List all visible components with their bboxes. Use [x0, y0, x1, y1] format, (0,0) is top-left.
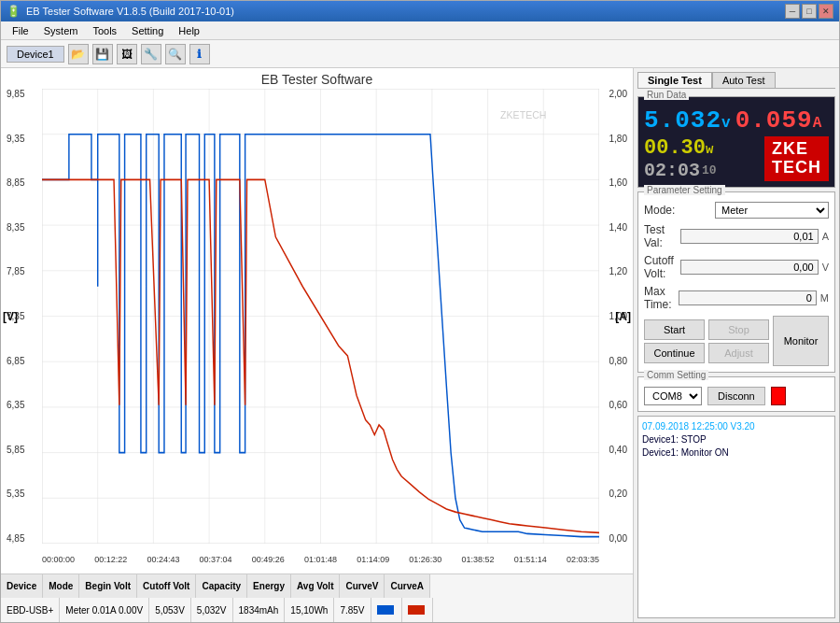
menu-tools[interactable]: Tools [85, 24, 124, 37]
connection-indicator [771, 387, 786, 405]
adjust-button[interactable]: Adjust [708, 343, 769, 363]
parameter-setting-box: Parameter Setting Mode: Meter CC CR Test… [637, 191, 835, 373]
power-display: 00.30w [644, 136, 713, 160]
log-entry-0: 07.09.2018 12:25:00 V3.20 [642, 420, 831, 433]
cutoff-volt-row: Cutoff Volt: V [644, 254, 829, 280]
time-unit: 10 [702, 163, 717, 177]
stop-button[interactable]: Stop [708, 319, 769, 340]
com-port-select[interactable]: COM8 [644, 387, 702, 405]
watermark-text: ZKETECH [500, 108, 546, 120]
x-9: 01:51:14 [514, 555, 547, 564]
minimize-button[interactable]: ─ [785, 4, 800, 19]
menu-help[interactable]: Help [171, 24, 207, 37]
y-right-0.80: 0,80 [609, 356, 627, 366]
x-5: 01:01:48 [304, 555, 337, 564]
y-left-4.85: 4,85 [7, 533, 24, 544]
title-bar: 🔋 EB Tester Software V1.8.5 (Build 2017-… [1, 1, 839, 21]
voltage-value: 5.032 [644, 106, 721, 135]
info-button[interactable]: ℹ [189, 44, 210, 64]
save-button[interactable]: 💾 [92, 44, 113, 64]
start-button[interactable]: Start [644, 319, 705, 340]
time-display: 02:03 10 [644, 160, 717, 181]
x-6: 01:14:09 [357, 555, 389, 564]
chart-title: EB Tester Software [1, 68, 633, 89]
logo-line1: ZKE [772, 140, 821, 159]
log-entry-1: Device1: STOP [642, 433, 831, 446]
zketech-logo: ZKE TECH [764, 136, 829, 181]
col-capacity: Capacity [196, 574, 247, 598]
mode-row: Mode: Meter CC CR [644, 202, 829, 219]
col-energy: Energy [247, 574, 291, 598]
x-10: 02:03:35 [567, 555, 599, 564]
tab-single-test[interactable]: Single Test [637, 72, 712, 88]
y-right-1.40: 1,40 [609, 222, 627, 233]
chart-svg: ZKETECH [42, 89, 599, 544]
maximize-button[interactable]: □ [802, 4, 817, 19]
disconnect-button[interactable]: Disconn [707, 387, 765, 405]
current-value: 0.059 [735, 106, 813, 135]
comm-setting-box: Comm Setting COM8 Disconn [637, 376, 835, 412]
y-left-5.85: 5,85 [7, 445, 24, 455]
y-left-5.35: 5,35 [7, 488, 24, 499]
run-data-top: 5.032v 0.059A [644, 106, 829, 135]
x-8: 01:38:52 [462, 555, 495, 564]
tools-button[interactable]: 🔧 [141, 44, 161, 64]
y-right-0.00: 0,00 [609, 533, 627, 544]
y-right-1.00: 1,00 [609, 311, 627, 321]
menu-system[interactable]: System [36, 24, 86, 37]
tab-auto-test[interactable]: Auto Test [712, 72, 776, 88]
x-1: 00:12:22 [94, 555, 127, 564]
menu-setting[interactable]: Setting [124, 24, 171, 37]
mode-label: Mode: [644, 204, 711, 217]
cutoff-volt-unit: V [822, 262, 829, 273]
comm-label: Comm Setting [644, 370, 708, 380]
cutoff-volt-input[interactable] [680, 260, 819, 275]
y-axis-right: 2,00 1,80 1,60 1,40 1,20 1,00 0,80 0,60 … [609, 89, 627, 544]
y-left-7.35: 7,35 [7, 311, 24, 321]
col-begin-volt: Begin Volt [79, 574, 137, 598]
test-val-unit: A [822, 231, 829, 242]
y-right-0.60: 0,60 [609, 400, 627, 410]
param-label: Parameter Setting [644, 185, 725, 195]
close-button[interactable]: ✕ [819, 4, 833, 19]
monitor-button[interactable]: Monitor [773, 316, 829, 366]
open-folder-button[interactable]: 📂 [68, 44, 89, 64]
current-unit: A [813, 115, 823, 132]
cell-cutoff-volt: 5,032V [191, 598, 233, 622]
test-val-label: Test Val: [644, 223, 677, 249]
search-button[interactable]: 🔍 [165, 44, 186, 64]
y-left-7.85: 7,85 [7, 266, 24, 276]
app-icon: 🔋 [7, 5, 21, 18]
window-title: EB Tester Software V1.8.5 (Build 2017-10… [26, 6, 234, 17]
time-value: 02:03 [644, 160, 700, 181]
col-curvev: CurveV [340, 574, 385, 598]
col-cutoff-volt: Cutoff Volt [137, 574, 196, 598]
x-4: 00:49:26 [252, 555, 285, 564]
col-avg-volt: Avg Volt [291, 574, 340, 598]
data-row: EBD-USB+ Meter 0.01A 0.00V 5,053V 5,032V… [1, 598, 633, 622]
test-val-row: Test Val: A [644, 223, 829, 249]
x-2: 00:24:43 [147, 555, 179, 564]
cell-mode: Meter 0.01A 0.00V [60, 598, 149, 622]
max-time-input[interactable] [679, 290, 817, 305]
device1-tab[interactable]: Device1 [7, 46, 64, 63]
menu-file[interactable]: File [5, 24, 36, 37]
right-panel: Single Test Auto Test Run Data 5.032v 0.… [634, 68, 839, 622]
y-left-9.85: 9,85 [7, 89, 24, 99]
max-time-row: Max Time: M [644, 285, 829, 311]
x-0: 00:00:00 [42, 555, 75, 564]
cell-curvea [402, 598, 433, 622]
voltage-display: 5.032v [644, 106, 732, 135]
cell-begin-volt: 5,053V [149, 598, 191, 622]
logo-line2: TECH [772, 159, 821, 177]
cell-curvev [371, 598, 402, 622]
screenshot-button[interactable]: 🖼 [117, 44, 137, 64]
max-time-unit: M [820, 292, 829, 304]
cell-avg-volt: 7.85V [334, 598, 371, 622]
log-entry-2: Device1: Monitor ON [642, 446, 831, 460]
continue-button[interactable]: Continue [644, 343, 705, 363]
mode-select[interactable]: Meter CC CR [715, 202, 829, 219]
y-left-8.85: 8,85 [7, 177, 24, 188]
col-mode: Mode [43, 574, 79, 598]
test-val-input[interactable] [680, 229, 819, 244]
